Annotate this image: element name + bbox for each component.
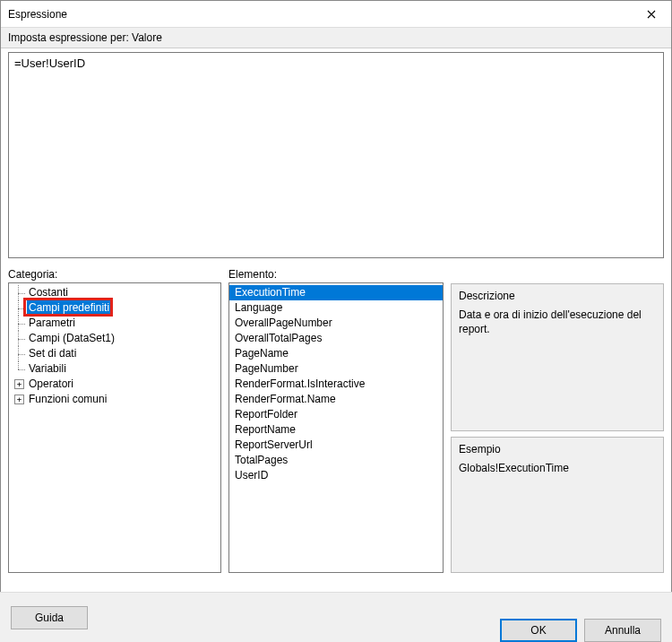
tree-branch-icon: [14, 361, 27, 377]
category-item[interactable]: Variabili: [9, 361, 220, 377]
category-item-label: Variabili: [27, 361, 68, 377]
category-tree[interactable]: CostantiCampi predefinitiParametriCampi …: [8, 282, 221, 573]
category-item-label: Set di dati: [27, 346, 78, 361]
tree-branch-icon: [14, 285, 27, 300]
description-text: Data e ora di inizio dell'esecuzione del…: [459, 308, 656, 336]
ok-button[interactable]: OK: [500, 619, 577, 642]
subtitle-label: Imposta espressione per: Valore: [1, 28, 671, 48]
category-item-label: Campi (DataSet1): [27, 331, 116, 346]
footer: Guida OK Annulla: [0, 592, 672, 642]
category-item-label: Parametri: [27, 316, 77, 331]
element-item[interactable]: RenderFormat.Name: [229, 392, 443, 407]
category-item[interactable]: Campi (DataSet1): [9, 331, 220, 346]
category-item-label: Costanti: [27, 285, 70, 300]
element-item[interactable]: OverallTotalPages: [229, 331, 443, 346]
tree-branch-icon: [14, 331, 27, 346]
footer-right: OK Annulla: [500, 619, 661, 642]
element-item[interactable]: Language: [229, 300, 443, 316]
example-text: Globals!ExecutionTime: [459, 461, 656, 475]
category-item-label: Campi predefiniti: [27, 300, 111, 316]
element-item[interactable]: PageNumber: [229, 361, 443, 377]
category-item[interactable]: Set di dati: [9, 346, 220, 361]
element-item[interactable]: ReportName: [229, 422, 443, 438]
element-item[interactable]: ReportFolder: [229, 407, 443, 422]
description-title: Descrizione: [459, 290, 656, 302]
close-button[interactable]: [631, 1, 671, 28]
cancel-button[interactable]: Annulla: [584, 619, 661, 642]
element-column: Elemento: ExecutionTimeLanguageOverallPa…: [228, 268, 444, 573]
element-item[interactable]: ExecutionTime: [229, 285, 443, 300]
tree-branch-icon: [14, 316, 27, 331]
tree-branch-icon: [14, 346, 27, 361]
element-list[interactable]: ExecutionTimeLanguageOverallPageNumberOv…: [228, 282, 444, 573]
expression-area: [8, 52, 664, 261]
category-item[interactable]: Parametri: [9, 316, 220, 331]
window-title: Espressione: [8, 8, 67, 21]
tree-expand-icon[interactable]: +: [14, 379, 24, 389]
tree-branch-icon: [14, 300, 27, 316]
expression-input[interactable]: [8, 52, 664, 258]
category-item[interactable]: +Funzioni comuni: [9, 392, 220, 407]
category-item-label: Operatori: [27, 377, 75, 392]
titlebar: Espressione: [1, 1, 671, 28]
category-label: Categoria:: [8, 268, 221, 281]
help-button[interactable]: Guida: [11, 606, 88, 629]
category-item[interactable]: Costanti: [9, 285, 220, 300]
category-column: Categoria: CostantiCampi predefinitiPara…: [8, 268, 221, 573]
element-item[interactable]: RenderFormat.IsInteractive: [229, 377, 443, 392]
close-icon: [647, 10, 656, 19]
element-item[interactable]: PageName: [229, 346, 443, 361]
description-box: Descrizione Data e ora di inizio dell'es…: [451, 283, 664, 431]
category-item[interactable]: Campi predefiniti: [9, 300, 220, 316]
category-item[interactable]: +Operatori: [9, 377, 220, 392]
element-label: Elemento:: [228, 268, 444, 281]
element-item[interactable]: ReportServerUrl: [229, 438, 443, 453]
example-box: Esempio Globals!ExecutionTime: [451, 437, 664, 573]
example-title: Esempio: [459, 443, 656, 455]
category-item-label: Funzioni comuni: [27, 392, 108, 407]
element-item[interactable]: UserID: [229, 468, 443, 483]
element-item[interactable]: OverallPageNumber: [229, 316, 443, 331]
details-column: Descrizione Data e ora di inizio dell'es…: [451, 268, 664, 573]
columns: Categoria: CostantiCampi predefinitiPara…: [1, 268, 671, 573]
element-item[interactable]: TotalPages: [229, 453, 443, 468]
tree-expand-icon[interactable]: +: [14, 395, 24, 404]
